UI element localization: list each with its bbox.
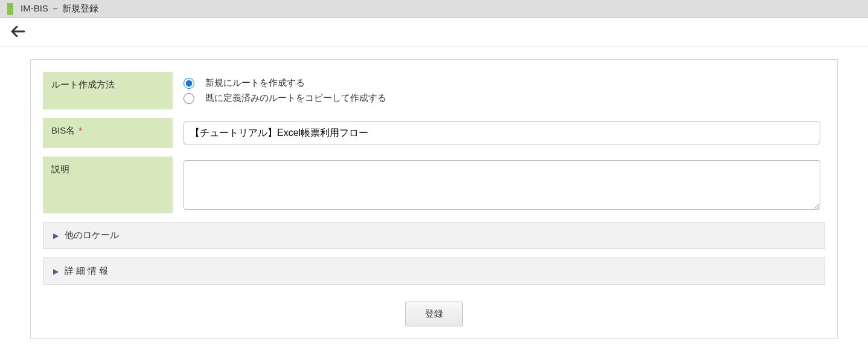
button-row: 登録: [43, 302, 825, 326]
title-bar: IM-BIS － 新規登録: [0, 0, 868, 18]
bis-name-label-text: BIS名: [51, 125, 75, 135]
title-accent: [7, 3, 13, 15]
route-method-radio-copy-label[interactable]: 既に定義済みのルートをコピーして作成する: [205, 92, 386, 104]
detail-info-section[interactable]: ▶ 詳細情報: [43, 257, 825, 285]
description-row: 説明: [43, 157, 825, 213]
route-method-radio-new[interactable]: [183, 78, 194, 89]
page-title: IM-BIS － 新規登録: [21, 3, 98, 15]
route-method-row: ルート作成方法 新規にルートを作成する 既に定義済みのルートをコピーして作成する: [43, 72, 825, 109]
description-value: [173, 157, 825, 213]
route-method-option-new: 新規にルートを作成する: [183, 77, 820, 89]
route-method-option-copy: 既に定義済みのルートをコピーして作成する: [183, 92, 820, 104]
bis-name-label: BIS名 *: [43, 118, 173, 148]
route-method-radio-copy[interactable]: [183, 93, 194, 104]
required-mark: *: [78, 125, 82, 135]
chevron-right-icon: ▶: [53, 267, 59, 276]
route-method-value: 新規にルートを作成する 既に定義済みのルートをコピーして作成する: [173, 72, 825, 109]
other-locales-label: 他のロケール: [65, 230, 119, 241]
bis-name-input[interactable]: [183, 121, 820, 144]
other-locales-section[interactable]: ▶ 他のロケール: [43, 222, 825, 249]
description-textarea[interactable]: [183, 160, 820, 210]
toolbar: [0, 18, 868, 47]
back-arrow-icon[interactable]: [11, 25, 25, 40]
bis-name-value: [173, 118, 825, 148]
main-form-panel: ルート作成方法 新規にルートを作成する 既に定義済みのルートをコピーして作成する…: [30, 59, 838, 339]
route-method-radio-new-label[interactable]: 新規にルートを作成する: [205, 77, 305, 89]
description-label: 説明: [43, 157, 173, 213]
chevron-right-icon: ▶: [53, 231, 59, 240]
route-method-label: ルート作成方法: [43, 72, 173, 109]
detail-info-label: 詳細情報: [65, 265, 110, 277]
submit-button[interactable]: 登録: [405, 302, 463, 326]
bis-name-row: BIS名 *: [43, 118, 825, 148]
